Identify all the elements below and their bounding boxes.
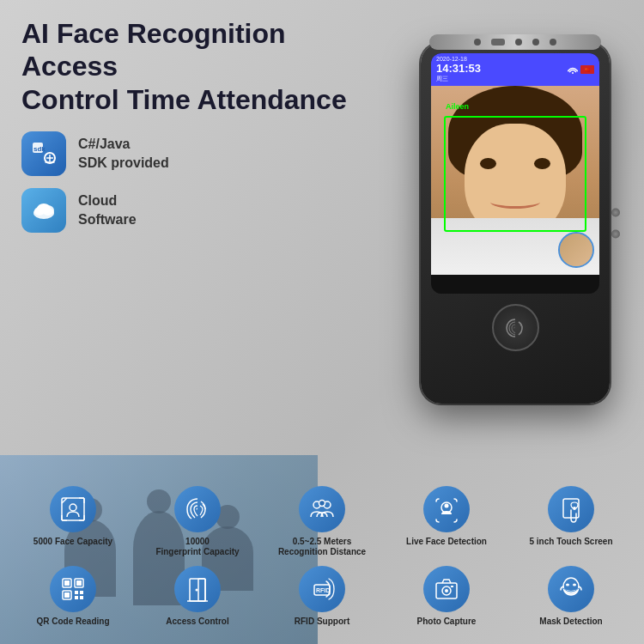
- fingerprint-capacity-icon: [174, 486, 221, 532]
- access-control-label: Access Control: [166, 617, 228, 627]
- svg-rect-34: [80, 591, 83, 594]
- sdk-icon: sdk: [21, 131, 66, 176]
- device-screws: [611, 209, 620, 239]
- photo-capture-item: Photo Capture: [386, 566, 507, 627]
- screen-icons: 🇨🇳: [568, 65, 594, 74]
- svg-point-48: [566, 584, 569, 586]
- recognition-distance-label: 0.5~2.5 MetersRecognition Distance: [278, 537, 366, 557]
- face-capacity-icon: [50, 486, 96, 532]
- svg-rect-36: [80, 596, 83, 599]
- detection-box: Aileen: [444, 116, 586, 232]
- svg-point-26: [573, 507, 576, 510]
- main-content: AI Face Recognition Access Control Time …: [0, 0, 644, 644]
- svg-point-39: [196, 589, 198, 592]
- device-bottom: [431, 304, 599, 351]
- device-screen: 2020-12-18 14:31:53 周三 🇨🇳: [431, 53, 599, 294]
- sdk-feature: sdk C#/Java SDK provided: [21, 131, 279, 176]
- touch-screen-label: 5 inch Touch Screen: [529, 537, 612, 547]
- sdk-label: C#/Java SDK provided: [78, 135, 169, 173]
- fingerprint-capacity-label: 10000Fingerprint Capacity: [155, 537, 239, 557]
- sensor-2: [515, 39, 522, 46]
- svg-rect-30: [76, 580, 82, 586]
- rfid-item: RFID RFID Support: [262, 566, 382, 627]
- sensor-3: [532, 39, 539, 46]
- svg-rect-11: [62, 498, 84, 520]
- touch-screen-item: 5 inch Touch Screen: [511, 486, 631, 557]
- face-capacity-item: 5000 Face Capacity: [13, 486, 133, 557]
- svg-point-24: [445, 504, 449, 508]
- fingerprint-button[interactable]: [492, 304, 539, 351]
- cloud-icon: [21, 188, 66, 233]
- photo-capture-label: Photo Capture: [417, 617, 477, 627]
- recognition-distance-icon: [299, 486, 345, 532]
- face-display: Aileen: [431, 86, 599, 275]
- recognition-distance-item: 0.5~2.5 MetersRecognition Distance: [262, 486, 382, 557]
- thumbnail: [558, 232, 594, 268]
- face-capacity-label: 5000 Face Capacity: [33, 537, 112, 547]
- mask-detection-item: Mask Detection: [511, 566, 631, 627]
- svg-rect-32: [64, 592, 70, 598]
- svg-rect-35: [75, 596, 78, 599]
- svg-point-22: [319, 501, 325, 507]
- live-face-detection-label: Live Face Detection: [406, 537, 487, 547]
- live-face-detection-icon: [423, 486, 470, 532]
- rfid-label: RFID Support: [295, 617, 349, 627]
- access-control-icon: [174, 566, 221, 612]
- device-body: 2020-12-18 14:31:53 周三 🇨🇳: [421, 43, 610, 404]
- svg-rect-28: [64, 580, 70, 586]
- screw-bottom: [611, 230, 620, 239]
- device: 2020-12-18 14:31:53 周三 🇨🇳: [421, 43, 618, 421]
- sensor-4: [550, 39, 556, 46]
- qr-code-label: QR Code Reading: [36, 617, 109, 627]
- qr-code-icon: [50, 566, 96, 612]
- qr-code-item: QR Code Reading: [13, 566, 133, 627]
- svg-point-45: [445, 589, 448, 592]
- svg-point-10: [572, 72, 574, 74]
- svg-text:sdk: sdk: [33, 145, 46, 153]
- svg-rect-38: [198, 579, 205, 601]
- screen-date: 2020-12-18 14:31:53 周三: [436, 56, 481, 83]
- mask-detection-icon: [548, 566, 594, 612]
- photo-capture-icon: [423, 566, 470, 612]
- screw-top: [611, 209, 620, 217]
- access-control-item: Access Control: [137, 566, 258, 627]
- svg-point-9: [37, 204, 51, 214]
- screen-topbar: 2020-12-18 14:31:53 周三 🇨🇳: [431, 53, 599, 86]
- page-title: AI Face Recognition Access Control Time …: [21, 17, 348, 116]
- svg-point-49: [573, 584, 576, 586]
- sensor-1: [474, 39, 481, 46]
- bottom-icons-grid: 5000 Face Capacity 10000Fingerprint Capa…: [13, 486, 631, 627]
- fingerprint-capacity-item: 10000Fingerprint Capacity: [137, 486, 258, 557]
- touch-screen-icon: [548, 486, 594, 532]
- svg-rect-46: [451, 586, 453, 587]
- svg-text:RFID: RFID: [316, 587, 330, 593]
- svg-point-19: [70, 504, 76, 511]
- camera-lens: [491, 39, 505, 46]
- cloud-label: Cloud Software: [78, 191, 137, 230]
- mask-detection-label: Mask Detection: [539, 617, 602, 627]
- rfid-icon: RFID: [299, 566, 345, 612]
- cloud-feature: Cloud Software: [21, 188, 279, 233]
- live-face-detection-item: Live Face Detection: [386, 486, 507, 557]
- flag-icon: 🇨🇳: [580, 65, 594, 74]
- device-top-bar: [429, 34, 601, 50]
- svg-rect-33: [75, 591, 78, 594]
- left-features: sdk C#/Java SDK provided: [21, 131, 279, 233]
